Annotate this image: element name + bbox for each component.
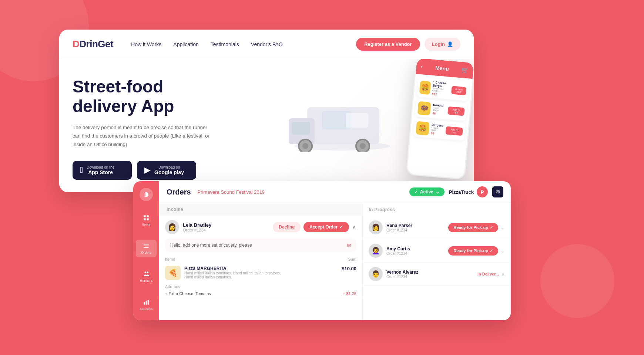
progress-actions-2: Ready for Pick-up ✓ ⌄ (448, 246, 505, 256)
svg-point-8 (360, 143, 366, 149)
google-play-icon: ▶ (144, 165, 151, 175)
addon-row-1: + Extra Cheese ,Tomatos + $1.05 (159, 290, 362, 297)
svg-point-18 (145, 271, 147, 273)
inprogress-section-label: In Progress (363, 203, 511, 216)
appstore-button[interactable]:  Download on the App Store (73, 161, 132, 180)
checkmark-icon: ✓ (490, 225, 493, 230)
hero-content: Street-food delivery App The delivery po… (73, 77, 272, 192)
vendor-initial-avatar: P (477, 186, 488, 197)
ready-pickup-button-1[interactable]: Ready for Pick-up ✓ (448, 223, 498, 232)
dashboard-main: Orders Primavera Sound Festival 2019 ✓ A… (159, 181, 511, 320)
phone-item-desc-2: Sweet glazed... (433, 106, 446, 112)
accept-order-button[interactable]: Accept Order ✓ (303, 222, 349, 232)
progress-info-2: Amy Curtis Order #1234 (386, 246, 410, 256)
order-items-header: Items Sum (159, 256, 362, 263)
expand-order-button[interactable]: ∧ (352, 224, 356, 231)
order-actions: Decline Accept Order ✓ ∧ (273, 222, 356, 232)
sidebar-runners-label: Runners (140, 279, 152, 283)
svg-rect-21 (146, 301, 147, 305)
nav-vendor-faq[interactable]: Vendor's FAQ (251, 41, 283, 47)
sidebar-item-statistics[interactable]: Statistics (136, 296, 157, 314)
vendor-info: PizzaTruck P (449, 186, 488, 197)
addon-price-1: + $1.05 (343, 291, 356, 296)
phone-item-1: 🍔 1 Cheese Burger Hand milled Italian...… (417, 77, 469, 101)
phone-mockup: ‹ Menu 🛒 🍔 1 Cheese Burger Hand milled I… (406, 59, 474, 180)
dashboard-header-right: ✓ Active ⌄ PizzaTruck P ✉ (409, 186, 503, 197)
hero-section: Street-food delivery App The delivery po… (59, 59, 474, 192)
svg-rect-15 (144, 244, 149, 245)
nav-testimonials[interactable]: Testimonials (211, 41, 239, 47)
checkmark-icon: ✓ (490, 248, 493, 253)
dashboard-body: Income 👩 Lela Bradley Order #1234 Declin… (159, 203, 511, 320)
sidebar-statistics-label: Statistics (140, 307, 153, 311)
phone-menu-title: Menu (435, 65, 449, 72)
progress-info-3: Vernon Alvarez Order #1234 (386, 270, 418, 279)
progress-item-3: 👨 Vernon Alvarez Order #1234 In Deliver.… (363, 263, 511, 286)
nav-actions: Register as a Vendor Login 👤 (356, 38, 460, 51)
food-item-price: $10.00 (342, 266, 356, 271)
svg-rect-17 (144, 247, 149, 248)
svg-rect-14 (147, 219, 149, 220)
navbar: DDrinGet How it Works Application Testim… (59, 30, 474, 59)
svg-rect-13 (144, 219, 145, 220)
order-item-row: 🍕 Pizza MARGHERITA Hand milled Italian t… (159, 263, 362, 283)
burger2-img: 🍔 (416, 121, 430, 135)
svg-rect-16 (144, 246, 149, 246)
svg-rect-20 (144, 302, 145, 305)
progress-order-2: Order #1234 (386, 251, 410, 256)
main-website-card: DDrinGet How it Works Application Testim… (59, 30, 474, 192)
googleplay-big-text: Google play (154, 169, 184, 175)
inprogress-panel: In Progress 👩 Rena Parker Order #1234 Re… (363, 203, 511, 320)
dashboard-overlay: Items Orders Runners Statistics Orders P… (133, 181, 511, 320)
delivering-button-3[interactable]: In Deliver... (477, 272, 499, 276)
svg-point-6 (302, 143, 308, 149)
progress-order-1: Order #1234 (386, 228, 412, 232)
mail-icon[interactable]: ✉ (492, 186, 503, 197)
sidebar-item-orders[interactable]: Orders (136, 240, 157, 257)
dashboard-header: Orders Primavera Sound Festival 2019 ✓ A… (159, 181, 511, 203)
chevron-down-button-2[interactable]: ⌄ (500, 248, 505, 254)
list-icon (143, 243, 150, 249)
register-vendor-button[interactable]: Register as a Vendor (356, 38, 420, 51)
active-status-badge: ✓ Active ⌄ (409, 187, 445, 196)
progress-name-2: Amy Curtis (386, 246, 410, 251)
phone-item-3: 🍔 Burgers Classic style... $8 Add to car… (413, 119, 466, 141)
person-icon: 👤 (447, 41, 453, 47)
grid-icon (143, 214, 150, 221)
food-item-info: Pizza MARGHERITA Hand milled Italian tom… (184, 266, 288, 279)
truck-svg (285, 78, 396, 152)
phone-add-btn-3[interactable]: Add to cart (446, 126, 463, 136)
message-mail-icon: ✉ (347, 242, 351, 248)
progress-avatar-1: 👩 (369, 220, 383, 234)
dringet-logo-icon (142, 191, 150, 198)
googleplay-button[interactable]: ▶ Download on Google play (137, 161, 196, 180)
dashboard-subtitle: Primavera Sound Festival 2019 (198, 189, 265, 195)
decline-button[interactable]: Decline (273, 222, 301, 232)
ready-pickup-button-2[interactable]: Ready for Pick-up ✓ (448, 246, 498, 256)
runners-icon (143, 271, 150, 277)
chevron-down-button-1[interactable]: ⌄ (500, 224, 505, 230)
dropdown-icon[interactable]: ⌄ (436, 189, 439, 195)
back-arrow-icon: ‹ (420, 63, 423, 70)
login-button[interactable]: Login 👤 (425, 38, 460, 51)
income-label: Income (159, 203, 362, 216)
svg-rect-9 (346, 113, 368, 128)
sidebar-item-items[interactable]: Items (136, 212, 157, 229)
nav-application[interactable]: Application (173, 41, 199, 47)
phone-add-btn-1[interactable]: Add to cart (451, 86, 467, 95)
hero-subtitle: The delivery portion is meant to be prec… (73, 124, 213, 149)
progress-item-1: 👩 Rena Parker Order #1234 Ready for Pick… (363, 216, 511, 239)
sidebar-logo (140, 188, 153, 201)
sidebar-item-runners[interactable]: Runners (136, 268, 157, 285)
phone-add-btn-2[interactable]: Add to cart (447, 106, 465, 116)
orders-panel: Income 👩 Lela Bradley Order #1234 Declin… (159, 203, 363, 320)
logo: DDrinGet (73, 38, 113, 50)
googleplay-small-text: Download on (154, 165, 184, 169)
food-item-name: Pizza MARGHERITA (184, 266, 288, 271)
nav-how-it-works[interactable]: How it Works (131, 41, 161, 47)
hero-illustration: ‹ Menu 🛒 🍔 1 Cheese Burger Hand milled I… (266, 59, 474, 192)
chevron-up-button-3[interactable]: ∧ (501, 271, 505, 277)
progress-avatar-3: 👨 (369, 267, 383, 281)
phone-content: 🍔 1 Cheese Burger Hand milled Italian...… (410, 74, 472, 146)
cart-icon: 🛒 (461, 66, 469, 74)
